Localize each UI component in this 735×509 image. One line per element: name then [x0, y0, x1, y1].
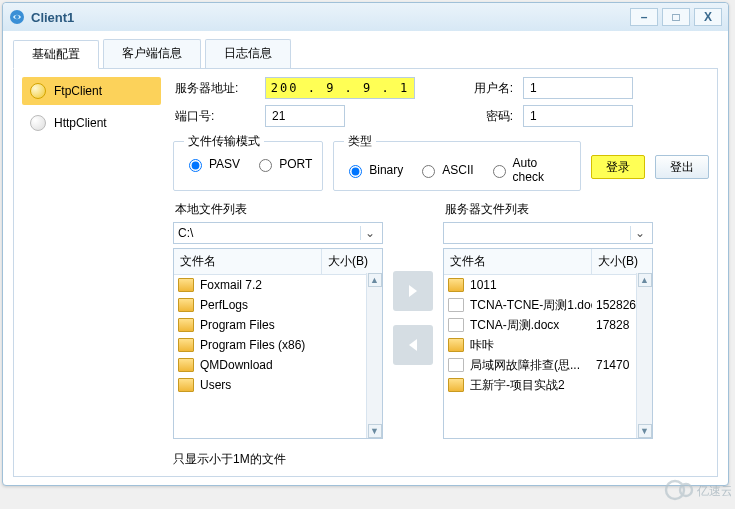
scrollbar[interactable]: ▲ ▼	[636, 273, 652, 438]
file-name: 1011	[468, 278, 592, 292]
file-name: QMDownload	[198, 358, 322, 372]
remote-path-combo[interactable]: ⌄	[443, 222, 653, 244]
folder-icon	[178, 338, 194, 352]
file-row[interactable]: 局域网故障排查(思...71470	[444, 355, 652, 375]
username-input[interactable]: 1	[523, 77, 633, 99]
folder-icon	[178, 278, 194, 292]
svg-text:亿速云: 亿速云	[696, 484, 731, 498]
file-row[interactable]: TCNA-TCNE-周测1.docx152826	[444, 295, 652, 315]
transfer-right-button[interactable]	[393, 271, 433, 311]
scrollbar[interactable]: ▲ ▼	[366, 273, 382, 438]
radio-port[interactable]: PORT	[254, 156, 312, 172]
radio-pasv[interactable]: PASV	[184, 156, 240, 172]
local-drive-combo[interactable]: C:\ ⌄	[173, 222, 383, 244]
col-size: 大小(B)	[322, 249, 382, 274]
local-file-list[interactable]: 文件名 大小(B) ▲ ▼ Foxmail 7.2PerfLogsProgram…	[173, 248, 383, 439]
label-password: 密码:	[465, 108, 513, 125]
col-filename: 文件名	[444, 249, 592, 274]
remote-file-list-group: 服务器文件列表 ⌄ 文件名 大小(B) ▲ ▼	[443, 197, 653, 439]
sidebar-item-label: FtpClient	[54, 84, 102, 98]
file-name: 咔咔	[468, 337, 592, 354]
password-input[interactable]: 1	[523, 105, 633, 127]
file-row[interactable]: TCNA-周测.docx17828	[444, 315, 652, 335]
file-row[interactable]: Users	[174, 375, 382, 395]
remote-file-list[interactable]: 文件名 大小(B) ▲ ▼ 1011TCNA-TCNE-周测1.docx1528…	[443, 248, 653, 439]
file-row[interactable]: 王新宇-项目实战2	[444, 375, 652, 395]
file-row[interactable]: Foxmail 7.2	[174, 275, 382, 295]
login-button[interactable]: 登录	[591, 155, 645, 179]
watermark-logo: 亿速云	[661, 476, 731, 507]
file-name: Program Files (x86)	[198, 338, 322, 352]
folder-icon	[448, 278, 464, 292]
close-button[interactable]: X	[694, 8, 722, 26]
group-transfer-mode: 文件传输模式 PASV PORT	[173, 133, 323, 191]
radio-autocheck[interactable]: Auto check	[488, 156, 570, 184]
file-name: 王新宇-项目实战2	[468, 377, 592, 394]
file-row[interactable]: Program Files (x86)	[174, 335, 382, 355]
status-dot-icon	[30, 83, 46, 99]
col-filename: 文件名	[174, 249, 322, 274]
status-dot-icon	[30, 115, 46, 131]
svg-point-1	[15, 15, 19, 19]
folder-icon	[178, 298, 194, 312]
tab-client-info[interactable]: 客户端信息	[103, 39, 201, 68]
chevron-down-icon: ⌄	[630, 226, 648, 240]
titlebar: Client1 – □ X	[3, 3, 728, 31]
col-size: 大小(B)	[592, 249, 652, 274]
sidebar-item-httpclient[interactable]: HttpClient	[22, 109, 161, 137]
file-icon	[448, 298, 464, 312]
maximize-button[interactable]: □	[662, 8, 690, 26]
transfer-left-button[interactable]	[393, 325, 433, 365]
server-address-input[interactable]: 200 . 9 . 9 . 1	[265, 77, 415, 99]
folder-icon	[178, 358, 194, 372]
tab-basic-config[interactable]: 基础配置	[13, 40, 99, 69]
folder-icon	[178, 318, 194, 332]
file-name: Foxmail 7.2	[198, 278, 322, 292]
tab-log-info[interactable]: 日志信息	[205, 39, 291, 68]
port-input[interactable]: 21	[265, 105, 345, 127]
file-name: 局域网故障排查(思...	[468, 357, 592, 374]
footnote-text: 只显示小于1M的文件	[167, 445, 709, 468]
sidebar-item-label: HttpClient	[54, 116, 107, 130]
scroll-down-icon[interactable]: ▼	[368, 424, 382, 438]
folder-icon	[178, 378, 194, 392]
radio-binary[interactable]: Binary	[344, 162, 403, 178]
file-row[interactable]: Program Files	[174, 315, 382, 335]
file-name: PerfLogs	[198, 298, 322, 312]
file-row[interactable]: QMDownload	[174, 355, 382, 375]
app-logo-icon	[9, 9, 25, 25]
scroll-up-icon[interactable]: ▲	[368, 273, 382, 287]
folder-icon	[448, 378, 464, 392]
file-row[interactable]: PerfLogs	[174, 295, 382, 315]
file-row[interactable]: 1011	[444, 275, 652, 295]
minimize-button[interactable]: –	[630, 8, 658, 26]
scroll-down-icon[interactable]: ▼	[638, 424, 652, 438]
window-title: Client1	[31, 10, 626, 25]
group-type: 类型 Binary ASCII Auto check	[333, 133, 581, 191]
client-sidebar: FtpClient HttpClient	[22, 77, 167, 468]
file-name: Users	[198, 378, 322, 392]
chevron-down-icon: ⌄	[360, 226, 378, 240]
scroll-up-icon[interactable]: ▲	[638, 273, 652, 287]
file-name: Program Files	[198, 318, 322, 332]
sidebar-item-ftpclient[interactable]: FtpClient	[22, 77, 161, 105]
local-list-title: 本地文件列表	[173, 197, 383, 222]
label-server-address: 服务器地址:	[175, 80, 255, 97]
remote-list-title: 服务器文件列表	[443, 197, 653, 222]
file-name: TCNA-周测.docx	[468, 317, 592, 334]
file-icon	[448, 318, 464, 332]
file-name: TCNA-TCNE-周测1.docx	[468, 297, 592, 314]
svg-point-3	[680, 484, 692, 496]
label-username: 用户名:	[465, 80, 513, 97]
folder-icon	[448, 338, 464, 352]
logout-button[interactable]: 登出	[655, 155, 709, 179]
legend-transfer-mode: 文件传输模式	[184, 133, 264, 150]
legend-type: 类型	[344, 133, 376, 150]
label-port: 端口号:	[175, 108, 255, 125]
file-icon	[448, 358, 464, 372]
tab-bar: 基础配置 客户端信息 日志信息	[13, 39, 718, 69]
local-file-list-group: 本地文件列表 C:\ ⌄ 文件名 大小(B) ▲	[173, 197, 383, 439]
radio-ascii[interactable]: ASCII	[417, 162, 473, 178]
svg-point-2	[666, 481, 684, 499]
file-row[interactable]: 咔咔	[444, 335, 652, 355]
